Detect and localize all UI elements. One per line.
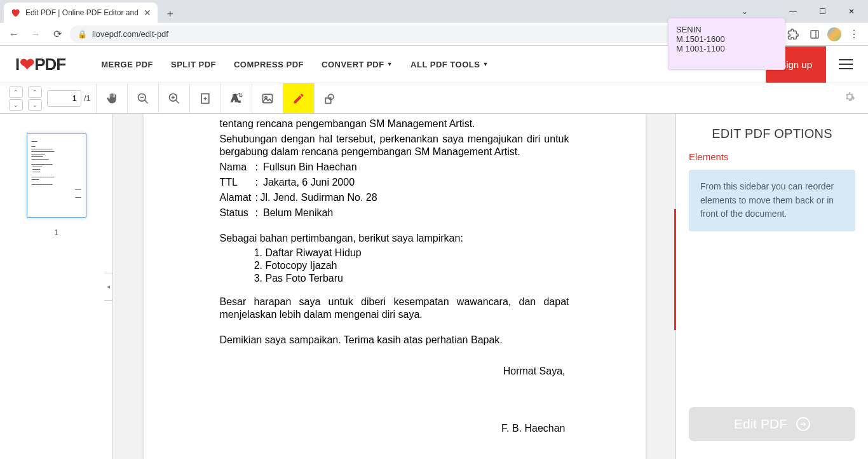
gear-icon[interactable] [844,91,855,106]
popup-line: M 1001-1100 [676,44,777,53]
new-tab-button[interactable]: + [161,5,179,23]
browser-tab[interactable]: Edit PDF | Online PDF Editor and ✕ [4,3,158,23]
svg-line-3 [144,100,147,103]
doc-text: Sebagai bahan pertimbangan, berikut saya… [220,232,569,245]
doc-signature-label: Hormat Saya, [220,366,569,377]
close-window-icon[interactable]: ✕ [837,2,865,21]
heart-icon [10,8,20,18]
sidepanel-icon[interactable] [806,25,824,43]
collapse-thumbnails-icon[interactable]: ◂ [104,273,113,301]
chrome-menu-icon[interactable]: ⋮ [845,25,863,43]
nav-merge[interactable]: MERGE PDF [101,60,153,69]
fit-page-button[interactable] [190,83,220,113]
maximize-icon[interactable]: ☐ [808,2,836,21]
forward-button[interactable]: → [27,25,44,43]
extensions-icon[interactable] [784,25,802,43]
arrow-right-circle-icon: ➜ [796,417,810,431]
doc-text: Alamat: Jl. Jend. Sudirman No. 28 [220,191,569,204]
pdf-page[interactable]: tentang rencana pengembangan SM Manageme… [144,114,646,459]
doc-text: Besar harapan saya untuk diberi kesempat… [220,296,569,321]
zoom-out-button[interactable] [128,83,158,113]
svg-line-6 [175,100,179,103]
page-thumbnail[interactable]: ▬▬▬▬▬▬▬▬▬▬▬▬▬▬▬▬▬▬▬▬▬▬▬▬▬▬▬▬▬▬▬▬▬▬▬▬▬▬▬▬… [27,133,86,218]
doc-text: Nama: Fullsun Bin Haechan [220,161,569,174]
nav-all-tools[interactable]: ALL PDF TOOLS▼ [410,60,489,69]
options-sidebar: EDIT PDF OPTIONS Elements From this side… [676,114,868,459]
doc-signature-name: F. B. Haechan [220,423,569,434]
doc-list: Daftar Riwayat Hidup Fotocopy Ijazah Pas… [266,247,569,284]
lock-icon: 🔒 [78,30,87,39]
thumbnail-label: 1 [27,228,86,237]
nav-convert[interactable]: CONVERT PDF▼ [322,60,393,69]
page-down-button-2[interactable]: ⌄ [28,99,42,111]
page-up-button[interactable]: ⌃ [9,86,23,98]
doc-text: Demikian saya sampaikan. Terima kasih at… [220,334,569,346]
nav-split[interactable]: SPLIT PDF [171,60,216,69]
svg-rect-16 [325,98,330,103]
page-number-input[interactable] [47,90,81,107]
doc-list-item: Daftar Riwayat Hidup [266,247,569,259]
sidebar-info: From this sidebar you can reorder elemen… [689,170,855,231]
main-nav: MERGE PDF SPLIT PDF COMPRESS PDF CONVERT… [101,60,489,69]
workspace: ▬▬▬▬▬▬▬▬▬▬▬▬▬▬▬▬▬▬▬▬▬▬▬▬▬▬▬▬▬▬▬▬▬▬▬▬▬▬▬▬… [0,114,868,459]
page-total: /1 [84,93,91,103]
pdf-canvas[interactable]: tentang rencana pengembangan SM Manageme… [113,114,676,459]
thumbnails-panel: ▬▬▬▬▬▬▬▬▬▬▬▬▬▬▬▬▬▬▬▬▬▬▬▬▬▬▬▬▬▬▬▬▬▬▬▬▬▬▬▬… [0,114,113,459]
add-image-button[interactable] [252,83,283,113]
hand-tool-button[interactable] [97,83,127,113]
zoom-in-button[interactable] [159,83,189,113]
shapes-tool-button[interactable] [315,83,345,113]
profile-avatar[interactable] [827,27,841,41]
doc-text: TTL: Jakarta, 6 Juni 2000 [220,176,569,189]
sidebar-section-label: Elements [676,151,868,170]
hamburger-menu-icon[interactable] [839,59,853,69]
url-text: ilovepdf.com/edit-pdf [92,29,168,39]
sidebar-title: EDIT PDF OPTIONS [676,114,868,151]
add-text-button[interactable]: A A⇅ [221,83,252,113]
page-down-button[interactable]: ⌄ [9,99,23,111]
doc-text: Sehubungan dengan hal tersebut, perkenan… [220,133,569,158]
doc-list-item: Fotocopy Ijazah [266,260,569,271]
notification-popup[interactable]: SENIN M.1501-1600 M 1001-1100 [668,18,785,70]
popup-line: SENIN [676,25,777,34]
edit-pdf-button[interactable]: Edit PDF ➜ [689,407,855,441]
page-up-button-2[interactable]: ⌃ [28,86,42,98]
doc-list-item: Pas Foto Terbaru [266,273,569,284]
reload-button[interactable]: ⟳ [48,25,66,43]
editor-toolbar: ⌃ ⌄ ⌃ ⌄ /1 A A⇅ [0,83,868,114]
popup-line: M.1501-1600 [676,34,777,44]
draw-tool-button[interactable] [283,83,314,113]
accent-bar [674,209,676,330]
back-button[interactable]: ← [5,25,23,43]
doc-text: tentang rencana pengembangan SM Manageme… [220,118,569,130]
doc-text: Status: Belum Menikah [220,207,569,219]
tab-title: Edit PDF | Online PDF Editor and [25,8,139,17]
svg-rect-13 [262,94,272,102]
svg-rect-0 [811,31,818,38]
heart-icon: ❤ [20,54,34,75]
site-logo[interactable]: I ❤ PDF [15,54,65,75]
close-icon[interactable]: ✕ [144,8,151,18]
nav-compress[interactable]: COMPRESS PDF [234,60,304,69]
chevron-down-icon: ▼ [482,61,488,67]
chevron-down-icon: ▼ [387,61,393,67]
